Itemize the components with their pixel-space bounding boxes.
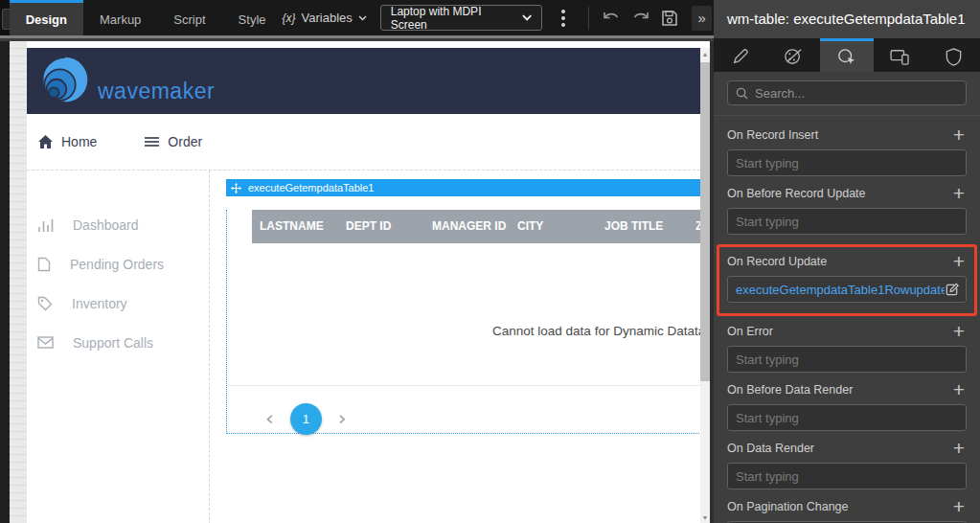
event-label: On Error [727,325,773,338]
widget-name-label: executeGetempdataTable1 [248,182,374,193]
column-header[interactable]: DEPT ID [338,210,424,243]
event-label: On Data Render [727,442,814,455]
nav-item-home[interactable]: Home [38,134,97,149]
event-input[interactable] [727,149,967,176]
event-on-before-data-render: On Before Data Render + [727,382,967,431]
palette-icon [784,48,803,65]
toolbar-divider [588,7,589,30]
app-header: wavemaker [27,48,700,114]
tab-security[interactable] [926,38,980,72]
page-number-button[interactable]: 1 [290,403,322,435]
event-input[interactable] [727,346,967,373]
page-next-button[interactable]: › [338,408,347,429]
panel-title: wm-table: executeGetempdataTable1 [714,0,980,38]
save-button[interactable] [658,6,681,31]
tab-design[interactable]: Design [10,0,83,35]
variables-menu[interactable]: {x} Variables [283,11,367,25]
wavemaker-logo-text: wavemaker [98,79,215,104]
envelope-icon [37,336,54,349]
move-icon [231,183,241,193]
panel-search-area [714,72,980,116]
bar-chart-icon [37,217,54,232]
tab-design-label: Design [26,12,67,27]
add-action-button[interactable]: + [951,499,967,514]
wavemaker-logo-icon [38,56,90,107]
data-table-widget[interactable]: executeGetempdataTable1 LASTNAME DEPT ID… [226,179,714,421]
wavemaker-studio: Design Markup Script Style {x} Variables… [0,0,980,523]
highlight-annotation-box: On Record Update + executeGetempdataTabl… [717,244,977,316]
tab-devices[interactable] [874,38,927,72]
event-label: On Record Update [727,255,827,268]
left-panel-toggle[interactable] [2,9,10,30]
sidebar-item-support-calls[interactable]: Support Calls [27,323,209,362]
column-header[interactable]: LASTNAME [252,210,338,243]
add-action-button[interactable]: + [951,186,967,201]
event-input[interactable] [727,208,967,235]
event-label: On Pagination Change [727,500,848,513]
device-selector-value: Laptop with MDPI Screen [391,5,513,32]
event-input[interactable] [727,463,967,489]
add-action-button[interactable]: + [951,382,967,398]
tab-style[interactable]: Style [222,0,283,35]
sidebar-item-label: Pending Orders [70,257,164,272]
search-input[interactable] [755,86,958,101]
pencil-icon [732,48,749,65]
page-content: executeGetempdataTable1 LASTNAME DEPT ID… [210,171,700,523]
panel-search-box[interactable] [727,80,967,105]
page-prev-button[interactable]: ‹ [265,408,274,429]
event-on-before-record-update: On Before Record Update + [727,186,967,235]
save-icon [660,9,679,28]
inspector-tabs [714,38,980,72]
add-action-button[interactable]: + [951,324,967,339]
tab-events[interactable] [820,38,874,72]
page-body: Dashboard Pending Orders Inventory [27,171,700,523]
event-list: On Record Insert + On Before Record Upda… [714,116,980,523]
column-header[interactable]: CITY [510,210,597,243]
variables-label: Variables [302,11,353,25]
tab-script[interactable]: Script [157,0,221,35]
nav-item-order[interactable]: Order [145,134,202,149]
toolbar-right-group: {x} Variables Laptop with MDPI Screen [283,0,715,35]
pagination: ‹ 1 › [265,398,347,440]
redo-button[interactable] [629,6,652,31]
scroll-down-icon[interactable]: ▼ [700,512,710,523]
tab-markup[interactable]: Markup [83,0,157,35]
preview-page: wavemaker Home Order [27,41,700,523]
variables-icon: {x} [283,11,296,25]
sidebar-item-inventory[interactable]: Inventory [27,284,209,323]
tab-styles[interactable] [767,38,821,72]
add-action-button[interactable]: + [951,127,967,143]
home-icon [38,135,53,148]
tab-script-label: Script [173,12,205,27]
canvas-scrollbar[interactable]: ▲ ▼ [700,48,710,523]
scrollbar-thumb[interactable] [700,62,710,381]
scroll-up-icon[interactable]: ▲ [700,48,710,59]
column-header[interactable]: MANAGER ID [424,210,510,243]
chevron-down-icon [358,15,367,21]
design-canvas: wavemaker Home Order [0,41,714,523]
column-header[interactable]: JOB TITLE [597,210,688,243]
device-selector[interactable]: Laptop with MDPI Screen [380,5,542,31]
event-handler-link[interactable]: executeGetempdataTable1Rowupdate [736,283,945,297]
undo-button[interactable] [600,6,623,31]
edit-handler-button[interactable] [945,282,960,297]
widget-selection-bar[interactable]: executeGetempdataTable1 [226,179,714,196]
more-options-button[interactable] [554,6,573,31]
tag-icon [37,296,53,311]
table-empty-message: Cannot load data for Dynamic Datatable. [227,324,714,338]
tab-style-label: Style [239,12,266,27]
panel-collapse-button[interactable]: » [692,6,712,31]
nav-item-home-label: Home [61,134,97,149]
undo-icon [603,11,621,25]
tab-properties[interactable] [714,38,767,72]
add-action-button[interactable]: + [951,254,967,269]
event-input[interactable] [727,404,967,431]
sidebar-item-dashboard[interactable]: Dashboard [27,205,209,244]
list-icon [145,136,159,148]
sidebar-item-label: Support Calls [73,335,153,351]
table-footer-divider [227,385,714,386]
nav-item-order-label: Order [168,134,202,149]
add-action-button[interactable]: + [951,441,967,456]
sidebar-item-pending-orders[interactable]: Pending Orders [27,244,209,284]
event-on-record-insert: On Record Insert + [727,127,967,176]
